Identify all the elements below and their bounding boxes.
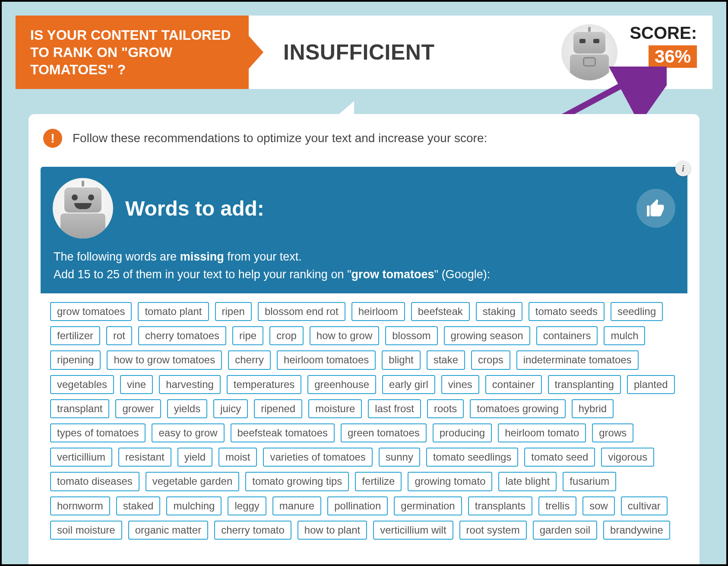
keyword-tag[interactable]: juicy [213,399,248,418]
keyword-tag[interactable]: leggy [228,496,266,515]
keyword-tag[interactable]: verticillium [50,448,112,467]
thumbs-up-icon [636,189,675,228]
tag-list: grow tomatoestomato plantripenblossom en… [41,293,687,557]
keyword-tag[interactable]: crops [471,350,510,369]
keyword-tag[interactable]: cherry tomatoes [138,326,226,345]
keyword-tag[interactable]: container [485,375,542,394]
keyword-tag[interactable]: beefsteak tomatoes [231,423,335,442]
keyword-tag[interactable]: blight [382,350,420,369]
info-button[interactable]: i [675,161,691,176]
score-label: SCORE: [630,23,697,43]
keyword-tag[interactable]: ripen [215,302,252,321]
keyword-tag[interactable]: verticillium wilt [373,521,453,540]
keyword-tag[interactable]: resistant [118,448,171,467]
keyword-tag[interactable]: moist [218,448,257,467]
keyword-tag[interactable]: early girl [382,375,435,394]
keyword-tag[interactable]: moisture [308,399,362,418]
keyword-tag[interactable]: rot [106,326,132,345]
keyword-tag[interactable]: stake [427,350,465,369]
keyword-tag[interactable]: sow [582,496,615,515]
keyword-tag[interactable]: how to grow [310,326,379,345]
keyword-tag[interactable]: last frost [368,399,421,418]
keyword-tag[interactable]: heirloom tomatoes [277,350,376,369]
keyword-tag[interactable]: cherry tomato [214,521,291,540]
keyword-tag[interactable]: vine [120,375,153,394]
keyword-tag[interactable]: transplant [50,399,109,418]
keyword-tag[interactable]: fusarium [563,472,616,491]
keyword-tag[interactable]: garden soil [533,521,597,540]
keyword-tag[interactable]: green tomatoes [341,423,427,442]
keyword-tag[interactable]: planted [627,375,675,394]
keyword-tag[interactable]: hybrid [572,399,614,418]
keyword-tag[interactable]: heirloom tomato [498,423,586,442]
app-frame: IS YOUR CONTENT TAILORED TO RANK ON "GRO… [0,0,728,566]
keyword-tag[interactable]: crop [269,326,304,345]
keyword-tag[interactable]: fertilizer [50,326,100,345]
keyword-tag[interactable]: fertilize [355,472,402,491]
keyword-tag[interactable]: soil moisture [50,521,122,540]
keyword-tag[interactable]: types of tomatoes [50,423,146,442]
keyword-tag[interactable]: trellis [538,496,576,515]
keyword-tag[interactable]: seedling [611,302,663,321]
keyword-tag[interactable]: ripe [232,326,263,345]
keyword-tag[interactable]: growing season [444,326,530,345]
keyword-tag[interactable]: grower [115,399,161,418]
banner-question: IS YOUR CONTENT TAILORED TO RANK ON "GRO… [16,16,249,89]
keyword-tag[interactable]: heirloom [351,302,405,321]
keyword-tag[interactable]: temperatures [227,375,301,394]
keyword-tag[interactable]: tomato seeds [529,302,605,321]
keyword-tag[interactable]: producing [433,423,492,442]
keyword-tag[interactable]: manure [272,496,321,515]
keyword-tag[interactable]: sunny [379,448,420,467]
keyword-tag[interactable]: tomato seedlings [426,448,518,467]
keyword-tag[interactable]: tomato growing tips [245,472,349,491]
keyword-tag[interactable]: transplanting [548,375,621,394]
keyword-tag[interactable]: vegetables [50,375,114,394]
keyword-tag[interactable]: tomato seed [524,448,595,467]
keyword-tag[interactable]: pollination [327,496,388,515]
keyword-tag[interactable]: yield [177,448,212,467]
keyword-tag[interactable]: root system [459,521,527,540]
robot-happy-icon [53,178,113,238]
keyword-tag[interactable]: beefsteak [411,302,470,321]
keyword-tag[interactable]: ripened [254,399,302,418]
keyword-tag[interactable]: vegetable garden [146,472,239,491]
keyword-tag[interactable]: staking [476,302,522,321]
keyword-tag[interactable]: vigorous [601,448,654,467]
keyword-tag[interactable]: easy to grow [152,423,224,442]
keyword-tag[interactable]: containers [536,326,598,345]
keyword-tag[interactable]: hornworm [50,496,110,515]
keyword-tag[interactable]: how to grow tomatoes [107,350,222,369]
keyword-tag[interactable]: ripening [50,350,101,369]
keyword-tag[interactable]: cherry [228,350,271,369]
keyword-tag[interactable]: blossom end rot [258,302,345,321]
panel-header: Words to add: [41,167,687,243]
score-banner: IS YOUR CONTENT TAILORED TO RANK ON "GRO… [16,16,712,89]
keyword-tag[interactable]: mulch [604,326,645,345]
keyword-tag[interactable]: how to plant [298,521,367,540]
keyword-tag[interactable]: brandywine [603,521,670,540]
keyword-tag[interactable]: roots [427,399,464,418]
keyword-tag[interactable]: mulching [166,496,222,515]
keyword-tag[interactable]: tomato diseases [50,472,139,491]
keyword-tag[interactable]: growing tomato [408,472,492,491]
keyword-tag[interactable]: tomato plant [138,302,209,321]
keyword-tag[interactable]: vines [441,375,479,394]
keyword-tag[interactable]: grows [592,423,633,442]
keyword-tag[interactable]: greenhouse [307,375,376,394]
keyword-tag[interactable]: transplants [468,496,532,515]
keyword-tag[interactable]: cultivar [621,496,668,515]
keyword-tag[interactable]: grow tomatoes [50,302,132,321]
keyword-tag[interactable]: tomatoes growing [470,399,565,418]
keyword-tag[interactable]: late blight [498,472,557,491]
keyword-tag[interactable]: organic matter [128,521,208,540]
keyword-tag[interactable]: indeterminate tomatoes [516,350,639,369]
recommendation-row: ! Follow these recommendations to optimi… [41,126,687,158]
keyword-tag[interactable]: harvesting [159,375,221,394]
alert-icon: ! [43,129,62,148]
keyword-tag[interactable]: germination [394,496,462,515]
keyword-tag[interactable]: varieties of tomatoes [263,448,372,467]
keyword-tag[interactable]: yields [167,399,207,418]
keyword-tag[interactable]: blossom [385,326,437,345]
keyword-tag[interactable]: staked [116,496,161,515]
